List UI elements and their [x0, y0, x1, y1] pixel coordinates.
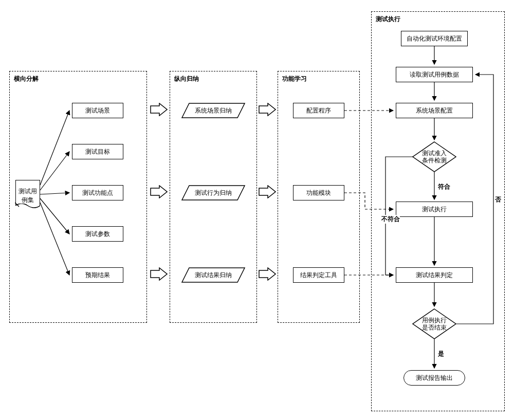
node-test-function: 测试功能点	[72, 185, 123, 200]
diamond-case-end: 用例执行 是否结束	[412, 308, 456, 339]
node-scene-config: 系统场景配置	[396, 103, 473, 118]
node-expect-result: 预期结果	[72, 267, 123, 283]
node-read-data: 读取测试用例数据	[396, 67, 473, 82]
label-yes: 是	[438, 350, 444, 358]
svg-marker-6	[151, 186, 167, 198]
para-result-induce: 测试结果归纳	[185, 267, 242, 283]
node-config-program: 配置程序	[293, 103, 344, 118]
node-result-judge: 测试结果判定	[396, 267, 473, 283]
block-arrow-icon	[259, 185, 276, 198]
panel-title: 横向分解	[14, 75, 39, 83]
para-behavior-induce: 测试行为归纳	[185, 185, 242, 200]
block-arrow-icon	[150, 185, 168, 198]
node-result-tool: 结果判定工具	[293, 267, 344, 283]
svg-marker-10	[259, 268, 276, 280]
panel-title: 功能学习	[282, 75, 307, 83]
node-function-module: 功能模块	[293, 185, 344, 200]
svg-marker-8	[259, 103, 276, 116]
node-test-target: 测试目标	[72, 144, 123, 159]
para-scene-induce: 系统场景归纳	[185, 103, 242, 118]
label-no: 否	[495, 195, 501, 204]
block-arrow-icon	[259, 103, 276, 116]
block-arrow-icon	[150, 267, 168, 281]
diamond-entry-check: 测试准入 条件检测	[412, 141, 456, 172]
doc-label: 测试用 例集	[15, 187, 40, 205]
node-env-config: 自动化测试环境配置	[401, 31, 468, 46]
panel-title: 测试执行	[376, 15, 400, 24]
label-meet: 符合	[438, 182, 450, 191]
svg-marker-9	[259, 186, 276, 198]
node-test-exec: 测试执行	[396, 202, 473, 217]
block-arrow-icon	[150, 103, 168, 116]
label-not-meet: 不符合	[381, 215, 400, 224]
svg-marker-7	[151, 268, 167, 280]
doc-testcase-set: 测试用 例集	[15, 180, 40, 210]
node-test-param: 测试参数	[72, 226, 123, 242]
terminator-report: 测试报告输出	[403, 370, 465, 386]
panel-title: 纵向归纳	[174, 75, 199, 83]
node-test-scene: 测试场景	[72, 103, 123, 118]
block-arrow-icon	[259, 267, 276, 281]
svg-marker-5	[151, 103, 167, 116]
